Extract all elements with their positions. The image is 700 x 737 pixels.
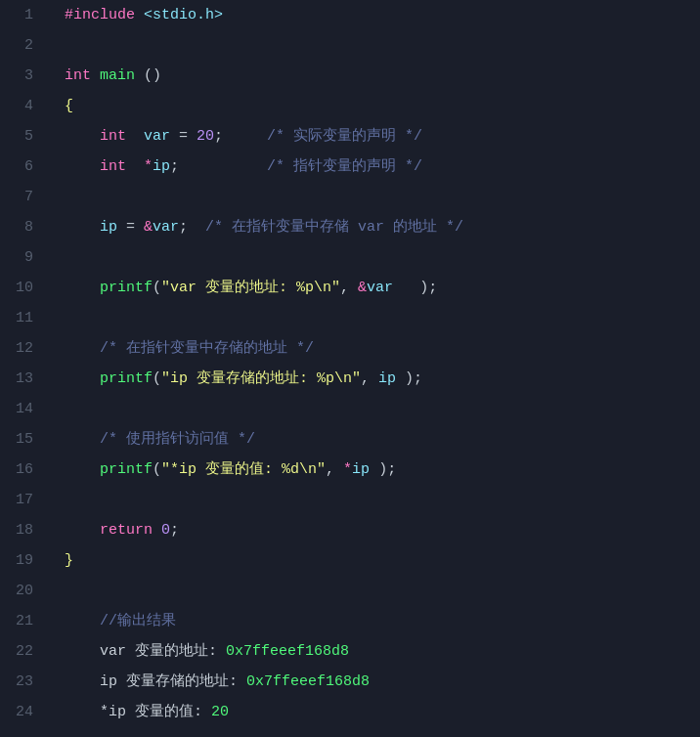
line-number: 19 xyxy=(10,545,33,576)
code-line xyxy=(65,303,700,333)
line-number: 7 xyxy=(10,182,33,212)
code-line: int main () xyxy=(65,61,700,91)
code-line xyxy=(65,242,700,273)
line-number: 11 xyxy=(10,303,33,333)
line-number: 8 xyxy=(10,212,33,242)
line-number: 1 xyxy=(10,0,33,30)
code-line: /* 在指针变量中存储的地址 */ xyxy=(65,333,700,364)
code-line: printf("*ip 变量的值: %d\n", *ip ); xyxy=(65,455,700,485)
code-line: #include <stdio.h> xyxy=(65,0,700,30)
code-line: var 变量的地址: 0x7ffeeef168d8 xyxy=(65,636,700,667)
code-line: ip 变量存储的地址: 0x7ffeeef168d8 xyxy=(65,667,700,697)
line-number: 14 xyxy=(10,394,33,424)
line-number: 4 xyxy=(10,91,33,121)
code-line: { xyxy=(65,91,700,121)
code-line: printf("var 变量的地址: %p\n", &var ); xyxy=(65,273,700,303)
code-line: printf("ip 变量存储的地址: %p\n", ip ); xyxy=(65,364,700,394)
code-line xyxy=(65,485,700,515)
code-content: #include <stdio.h> int main (){ int var … xyxy=(49,0,700,727)
line-number: 13 xyxy=(10,364,33,394)
line-number: 2 xyxy=(10,30,33,61)
code-line xyxy=(65,30,700,61)
line-number: 15 xyxy=(10,424,33,455)
code-line: int var = 20; /* 实际变量的声明 */ xyxy=(65,121,700,152)
code-line xyxy=(65,576,700,606)
code-line: /* 使用指针访问值 */ xyxy=(65,424,700,455)
code-line xyxy=(65,182,700,212)
code-line: return 0; xyxy=(65,515,700,545)
line-number: 22 xyxy=(10,636,33,667)
line-number: 20 xyxy=(10,576,33,606)
line-numbers: 123456789101112131415161718192021222324 xyxy=(0,0,49,727)
code-editor: 123456789101112131415161718192021222324 … xyxy=(0,0,700,727)
line-number: 12 xyxy=(10,333,33,364)
line-number: 16 xyxy=(10,455,33,485)
line-number: 10 xyxy=(10,273,33,303)
line-number: 21 xyxy=(10,606,33,636)
line-number: 24 xyxy=(10,697,33,727)
code-line: } xyxy=(65,545,700,576)
code-line xyxy=(65,394,700,424)
code-line: *ip 变量的值: 20 xyxy=(65,697,700,727)
code-line: //输出结果 xyxy=(65,606,700,636)
code-line: ip = &var; /* 在指针变量中存储 var 的地址 */ xyxy=(65,212,700,242)
line-number: 3 xyxy=(10,61,33,91)
line-number: 5 xyxy=(10,121,33,152)
line-number: 23 xyxy=(10,667,33,697)
line-number: 6 xyxy=(10,152,33,182)
line-number: 18 xyxy=(10,515,33,545)
line-number: 9 xyxy=(10,242,33,273)
line-number: 17 xyxy=(10,485,33,515)
code-line: int *ip; /* 指针变量的声明 */ xyxy=(65,152,700,182)
